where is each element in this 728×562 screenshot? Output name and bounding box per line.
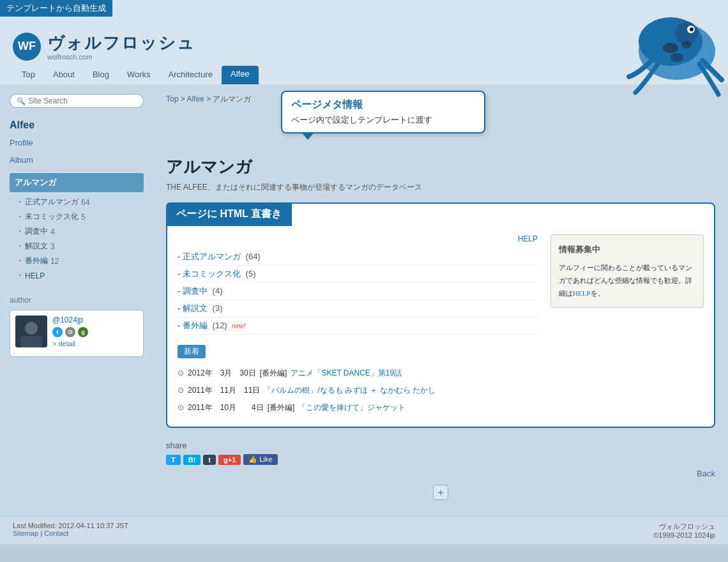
clock-icon-1: ⊙ [178,386,184,395]
news-tag-0: [番外編] [260,368,287,379]
last-modified: Last Modified: 2012-04-11 10:37 JST [13,522,128,529]
footer-right: ヴォルフロッシュ ©1999-2012 1024jp [653,522,715,539]
share-section: share T B! t g+1 👍 Like Back [166,441,715,478]
manga-link-chousa[interactable]: 調査中 [183,286,208,296]
shinchaku-badge: 新着 [178,345,206,358]
svg-rect-10 [20,336,42,347]
sidebar-sub-kaisetsu[interactable]: 解説文 3 [10,239,144,254]
footer-copyright-name: ヴォルフロッシュ [653,522,715,531]
info-box-help-link[interactable]: HELP [573,289,591,297]
manga-item-kaisetsu: - 解説文 (3) [178,300,538,317]
clock-icon-2: ⊙ [178,403,184,412]
share-gplus-button[interactable]: g+1 [218,455,241,465]
page-title: アルマンガ [166,156,715,178]
news-link-0[interactable]: アニメ「SKET DANCE」第19話 [291,368,402,379]
annotation-html-badge: ページに HTML 直書き [166,202,292,226]
twitter-icon[interactable]: t [52,327,63,337]
nav-works[interactable]: Works [118,67,160,83]
content-area: Top > Alfee > アルマンガ ページメタ情報 ページ内で設定しテンプレ… [153,84,728,516]
sidebar-sub-gaigaihen[interactable]: 番外編 12 [10,254,144,268]
nav-about[interactable]: About [44,67,84,83]
footer-left: Last Modified: 2012-04-11 10:37 JST Site… [13,522,128,537]
nav-top[interactable]: Top [13,67,44,83]
manga-item-gaigaihen: - 番外編 (12) new! [178,317,538,335]
site-logo[interactable]: WF [13,33,41,61]
share-like-button[interactable]: 👍 Like [243,454,277,465]
svg-point-5 [663,43,678,53]
author-section: author @1024jp t ⊙ [10,296,144,357]
news-date-0: 2012年 3月 30日 [188,368,256,379]
sidebar: 🔍 Alfee Profile Album アルマンガ 正式アルマンガ 64 未… [0,84,153,516]
nav-alfee[interactable]: Alfee [222,66,259,84]
footer-links: Sitemap | Contact [13,529,128,537]
manga-item-mico: - 未コミックス化 (5) [178,266,538,283]
news-link-1[interactable]: 「パルムの樹」/なるも みずほ ＋ なかむら たかし [264,385,436,396]
search-box[interactable]: 🔍 [10,94,144,108]
search-icon: 🔍 [17,97,26,105]
author-detail-link[interactable]: > detail [52,340,88,347]
share-twitter-button[interactable]: T [166,455,181,465]
manga-link-gaigaihen[interactable]: 番外編 [183,321,208,330]
sidebar-sub-mico[interactable]: 未コミックス化 5 [10,209,144,224]
main-wrapper: 🔍 Alfee Profile Album アルマンガ 正式アルマンガ 64 未… [0,84,728,516]
new-badge: new! [232,323,245,330]
share-tumblr-button[interactable]: t [203,455,216,465]
share-label: share [166,441,715,450]
news-item-0: ⊙ 2012年 3月 30日 [番外編] アニメ「SKET DANCE」第19話 [178,365,538,382]
svg-point-9 [25,322,38,335]
news-date-1: 2011年 11月 11日 [188,385,260,396]
news-list: ⊙ 2012年 3月 30日 [番外編] アニメ「SKET DANCE」第19話… [178,365,538,416]
contact-link[interactable]: Contact [44,529,68,537]
add-button-area: ＋ [166,478,715,506]
sidebar-menu-arumanga[interactable]: アルマンガ [10,173,144,192]
author-username[interactable]: @1024jp [52,315,88,324]
news-tag-2: [番外編] [268,402,295,413]
footer-copyright-year: ©1999-2012 1024jp [653,531,715,539]
info-box-title: 情報募集中 [559,243,695,257]
svg-point-6 [681,41,692,49]
add-button[interactable]: ＋ [433,485,448,500]
manga-item-seishiki: - 正式アルマンガ (64) [178,248,538,266]
share-hatena-button[interactable]: B! [183,455,201,465]
author-social-icons: t ⊙ g [52,327,88,337]
site-footer: Last Modified: 2012-04-11 10:37 JST Site… [0,516,728,544]
manga-link-kaisetsu[interactable]: 解説文 [183,303,208,313]
sidebar-sub-chousa[interactable]: 調査中 4 [10,224,144,239]
sidebar-link-profile[interactable]: Profile [10,136,144,149]
sitemap-link[interactable]: Sitemap [13,529,38,537]
author-avatar [15,315,47,347]
top-banner: テンプレートから自動生成 [0,0,112,17]
manga-list: - 正式アルマンガ (64) - 未コミックス化 (5) - 調査中 (4) [178,248,538,335]
info-box: 情報募集中 アルフィーに関わることが載っているマンガであればどんな些細な情報でも… [550,234,704,308]
manga-item-chousa: - 調査中 (4) [178,283,538,300]
web-icon[interactable]: ⊙ [65,327,75,337]
annotation-meta-tooltip: ページメタ情報 ページ内で設定しテンプレートに渡す [281,91,485,133]
site-title: ヴォルフロッシュ [47,32,195,54]
breadcrumb-alfee[interactable]: Alfee [186,95,204,103]
sidebar-link-album[interactable]: Album [10,153,144,167]
g-icon[interactable]: g [78,327,88,337]
breadcrumb-current: アルマンガ [213,95,251,103]
info-box-section: 情報募集中 アルフィーに関わることが載っているマンガであればどんな些細な情報でも… [550,234,704,416]
nav-blog[interactable]: Blog [84,67,118,83]
content-box-wrapper: ページに HTML 直書き HELP - 正式アルマンガ (64) [166,202,715,428]
manga-link-seishiki[interactable]: 正式アルマンガ [183,252,241,261]
svg-point-7 [671,53,683,62]
banner-text: テンプレートから自動生成 [6,3,106,13]
sidebar-sub-seishiki[interactable]: 正式アルマンガ 64 [10,195,144,209]
help-link[interactable]: HELP [178,234,538,243]
author-card: @1024jp t ⊙ g > detail [10,310,144,357]
manga-link-mico[interactable]: 未コミックス化 [183,269,241,278]
nav-architecture[interactable]: Architecture [160,67,222,83]
sidebar-section-title: Alfee [10,119,144,131]
news-item-2: ⊙ 2011年 10月 4日 [番外編] 「この愛を捧げて」ジャケット [178,399,538,416]
search-input[interactable] [28,96,118,105]
breadcrumb-top[interactable]: Top [166,95,178,103]
sidebar-sub-help[interactable]: HELP [10,268,144,283]
content-box: HELP - 正式アルマンガ (64) - 未コミックス化 (5) [166,202,715,428]
news-date-2: 2011年 10月 4日 [188,402,264,413]
svg-point-4 [690,27,694,31]
page-description: THE ALFEE、またはそれに関連する事物が登場するマンガのデータベース [166,182,715,193]
news-link-2[interactable]: 「この愛を捧げて」ジャケット [298,402,406,413]
back-link[interactable]: Back [697,469,715,478]
